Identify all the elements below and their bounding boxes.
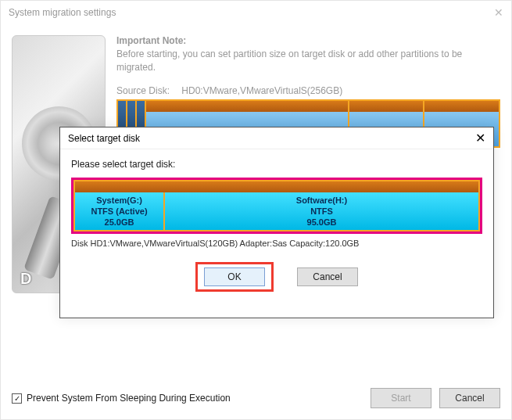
modal-cancel-button[interactable]: Cancel <box>297 267 358 286</box>
ok-button-highlight: OK <box>195 262 274 292</box>
modal-buttons: OK Cancel <box>71 262 482 292</box>
close-icon[interactable]: ✕ <box>475 131 485 145</box>
target-disk-bar[interactable]: System(G:) NTFS (Active) 25.0GB Software… <box>73 180 480 232</box>
close-icon[interactable]: ✕ <box>494 6 503 19</box>
ok-button[interactable]: OK <box>204 267 265 286</box>
important-note-label: Important Note: <box>116 35 500 46</box>
partition-size: 25.0GB <box>105 217 134 228</box>
modal-prompt: Please select target disk: <box>71 159 482 170</box>
main-title-bar: System migration settings ✕ <box>1 1 511 24</box>
source-disk-row: Source Disk: HD0:VMware,VMwareVirtualS(2… <box>116 85 500 96</box>
checkbox-icon: ✓ <box>12 393 22 404</box>
main-bottom-bar: ✓ Prevent System From Sleeping During Ex… <box>12 388 500 408</box>
hdd-brand-label: D <box>20 270 31 288</box>
partition-name: System(G:) <box>96 195 142 206</box>
disk-top-strip <box>75 181 478 192</box>
partition-size: 95.0GB <box>307 217 337 228</box>
start-button: Start <box>371 388 431 408</box>
target-disk-highlight: System(G:) NTFS (Active) 25.0GB Software… <box>71 178 482 234</box>
modal-title-bar: Select target disk ✕ <box>60 127 493 149</box>
modal-title: Select target disk <box>68 133 140 144</box>
target-disk-caption: Disk HD1:VMware,VMwareVirtualS(120GB) Ad… <box>71 239 482 248</box>
partition-name: Software(H:) <box>296 195 347 206</box>
prevent-sleep-label: Prevent System From Sleeping During Exec… <box>27 393 231 404</box>
important-note-text: Before starting, you can set partition s… <box>116 48 500 74</box>
select-target-disk-dialog: Select target disk ✕ Please select targe… <box>59 127 494 318</box>
prevent-sleep-checkbox[interactable]: ✓ Prevent System From Sleeping During Ex… <box>12 393 231 404</box>
main-title: System migration settings <box>9 7 116 18</box>
source-disk-label: Source Disk: <box>116 85 179 96</box>
partition-fs: NTFS <box>310 206 333 217</box>
main-cancel-button[interactable]: Cancel <box>439 388 500 408</box>
source-disk-value: HD0:VMware,VMwareVirtualS(256GB) <box>181 85 342 96</box>
partition-fs: NTFS (Active) <box>91 206 147 217</box>
modal-body: Please select target disk: System(G:) NT… <box>60 149 493 296</box>
